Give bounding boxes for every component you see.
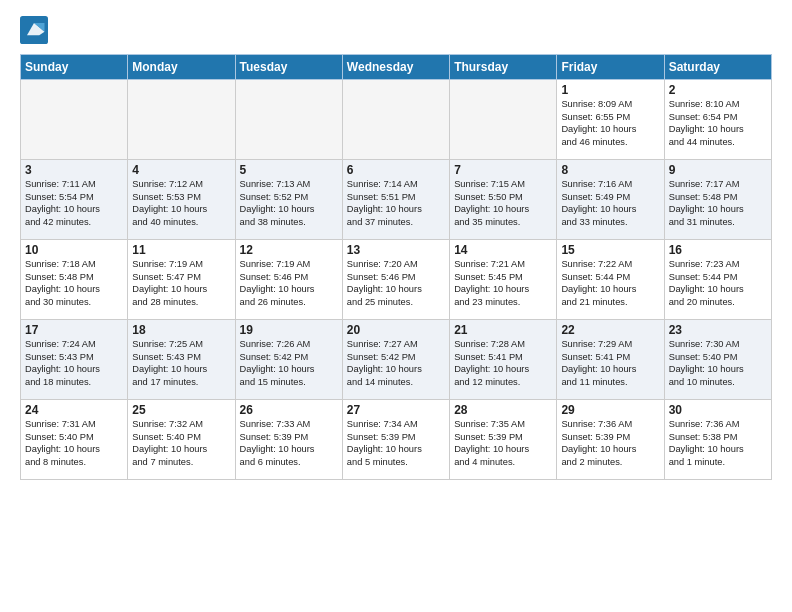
weekday-header-thursday: Thursday <box>450 55 557 80</box>
day-info: Sunrise: 7:18 AM Sunset: 5:48 PM Dayligh… <box>25 258 123 308</box>
day-info: Sunrise: 7:27 AM Sunset: 5:42 PM Dayligh… <box>347 338 445 388</box>
page: SundayMondayTuesdayWednesdayThursdayFrid… <box>0 0 792 496</box>
day-info: Sunrise: 7:16 AM Sunset: 5:49 PM Dayligh… <box>561 178 659 228</box>
day-number: 25 <box>132 403 230 417</box>
calendar-cell: 2Sunrise: 8:10 AM Sunset: 6:54 PM Daylig… <box>664 80 771 160</box>
day-number: 19 <box>240 323 338 337</box>
calendar-cell: 13Sunrise: 7:20 AM Sunset: 5:46 PM Dayli… <box>342 240 449 320</box>
day-number: 20 <box>347 323 445 337</box>
weekday-header-friday: Friday <box>557 55 664 80</box>
day-number: 12 <box>240 243 338 257</box>
day-info: Sunrise: 7:30 AM Sunset: 5:40 PM Dayligh… <box>669 338 767 388</box>
day-info: Sunrise: 7:36 AM Sunset: 5:38 PM Dayligh… <box>669 418 767 468</box>
day-info: Sunrise: 7:25 AM Sunset: 5:43 PM Dayligh… <box>132 338 230 388</box>
day-info: Sunrise: 7:31 AM Sunset: 5:40 PM Dayligh… <box>25 418 123 468</box>
day-number: 17 <box>25 323 123 337</box>
weekday-header-tuesday: Tuesday <box>235 55 342 80</box>
day-info: Sunrise: 7:26 AM Sunset: 5:42 PM Dayligh… <box>240 338 338 388</box>
calendar-cell: 11Sunrise: 7:19 AM Sunset: 5:47 PM Dayli… <box>128 240 235 320</box>
week-row-2: 3Sunrise: 7:11 AM Sunset: 5:54 PM Daylig… <box>21 160 772 240</box>
day-number: 6 <box>347 163 445 177</box>
day-info: Sunrise: 7:21 AM Sunset: 5:45 PM Dayligh… <box>454 258 552 308</box>
day-number: 29 <box>561 403 659 417</box>
week-row-4: 17Sunrise: 7:24 AM Sunset: 5:43 PM Dayli… <box>21 320 772 400</box>
calendar-cell <box>235 80 342 160</box>
calendar-cell: 10Sunrise: 7:18 AM Sunset: 5:48 PM Dayli… <box>21 240 128 320</box>
calendar-cell: 18Sunrise: 7:25 AM Sunset: 5:43 PM Dayli… <box>128 320 235 400</box>
calendar-cell: 29Sunrise: 7:36 AM Sunset: 5:39 PM Dayli… <box>557 400 664 480</box>
calendar-cell: 1Sunrise: 8:09 AM Sunset: 6:55 PM Daylig… <box>557 80 664 160</box>
day-info: Sunrise: 8:09 AM Sunset: 6:55 PM Dayligh… <box>561 98 659 148</box>
calendar-cell: 26Sunrise: 7:33 AM Sunset: 5:39 PM Dayli… <box>235 400 342 480</box>
weekday-header-saturday: Saturday <box>664 55 771 80</box>
day-info: Sunrise: 7:32 AM Sunset: 5:40 PM Dayligh… <box>132 418 230 468</box>
week-row-3: 10Sunrise: 7:18 AM Sunset: 5:48 PM Dayli… <box>21 240 772 320</box>
day-number: 5 <box>240 163 338 177</box>
calendar-cell: 21Sunrise: 7:28 AM Sunset: 5:41 PM Dayli… <box>450 320 557 400</box>
week-row-1: 1Sunrise: 8:09 AM Sunset: 6:55 PM Daylig… <box>21 80 772 160</box>
calendar-cell: 16Sunrise: 7:23 AM Sunset: 5:44 PM Dayli… <box>664 240 771 320</box>
calendar-cell: 7Sunrise: 7:15 AM Sunset: 5:50 PM Daylig… <box>450 160 557 240</box>
day-number: 10 <box>25 243 123 257</box>
calendar-table: SundayMondayTuesdayWednesdayThursdayFrid… <box>20 54 772 480</box>
calendar-cell: 28Sunrise: 7:35 AM Sunset: 5:39 PM Dayli… <box>450 400 557 480</box>
day-number: 30 <box>669 403 767 417</box>
calendar-cell: 19Sunrise: 7:26 AM Sunset: 5:42 PM Dayli… <box>235 320 342 400</box>
calendar-cell: 12Sunrise: 7:19 AM Sunset: 5:46 PM Dayli… <box>235 240 342 320</box>
day-info: Sunrise: 7:29 AM Sunset: 5:41 PM Dayligh… <box>561 338 659 388</box>
day-number: 11 <box>132 243 230 257</box>
calendar-cell: 22Sunrise: 7:29 AM Sunset: 5:41 PM Dayli… <box>557 320 664 400</box>
day-number: 9 <box>669 163 767 177</box>
day-info: Sunrise: 7:23 AM Sunset: 5:44 PM Dayligh… <box>669 258 767 308</box>
day-info: Sunrise: 7:22 AM Sunset: 5:44 PM Dayligh… <box>561 258 659 308</box>
calendar-cell <box>342 80 449 160</box>
calendar-cell: 24Sunrise: 7:31 AM Sunset: 5:40 PM Dayli… <box>21 400 128 480</box>
calendar-cell: 27Sunrise: 7:34 AM Sunset: 5:39 PM Dayli… <box>342 400 449 480</box>
day-info: Sunrise: 7:35 AM Sunset: 5:39 PM Dayligh… <box>454 418 552 468</box>
calendar-cell: 25Sunrise: 7:32 AM Sunset: 5:40 PM Dayli… <box>128 400 235 480</box>
day-info: Sunrise: 7:24 AM Sunset: 5:43 PM Dayligh… <box>25 338 123 388</box>
day-info: Sunrise: 7:17 AM Sunset: 5:48 PM Dayligh… <box>669 178 767 228</box>
weekday-header-monday: Monday <box>128 55 235 80</box>
day-info: Sunrise: 7:19 AM Sunset: 5:47 PM Dayligh… <box>132 258 230 308</box>
day-info: Sunrise: 7:14 AM Sunset: 5:51 PM Dayligh… <box>347 178 445 228</box>
calendar-cell: 17Sunrise: 7:24 AM Sunset: 5:43 PM Dayli… <box>21 320 128 400</box>
day-number: 27 <box>347 403 445 417</box>
day-info: Sunrise: 7:34 AM Sunset: 5:39 PM Dayligh… <box>347 418 445 468</box>
week-row-5: 24Sunrise: 7:31 AM Sunset: 5:40 PM Dayli… <box>21 400 772 480</box>
day-number: 8 <box>561 163 659 177</box>
day-number: 3 <box>25 163 123 177</box>
day-info: Sunrise: 7:13 AM Sunset: 5:52 PM Dayligh… <box>240 178 338 228</box>
day-info: Sunrise: 7:28 AM Sunset: 5:41 PM Dayligh… <box>454 338 552 388</box>
day-number: 1 <box>561 83 659 97</box>
day-number: 4 <box>132 163 230 177</box>
calendar-cell <box>450 80 557 160</box>
day-info: Sunrise: 7:33 AM Sunset: 5:39 PM Dayligh… <box>240 418 338 468</box>
calendar-cell: 20Sunrise: 7:27 AM Sunset: 5:42 PM Dayli… <box>342 320 449 400</box>
weekday-header-row: SundayMondayTuesdayWednesdayThursdayFrid… <box>21 55 772 80</box>
calendar-cell <box>21 80 128 160</box>
day-number: 7 <box>454 163 552 177</box>
day-info: Sunrise: 7:11 AM Sunset: 5:54 PM Dayligh… <box>25 178 123 228</box>
calendar-cell: 30Sunrise: 7:36 AM Sunset: 5:38 PM Dayli… <box>664 400 771 480</box>
day-number: 28 <box>454 403 552 417</box>
day-info: Sunrise: 7:19 AM Sunset: 5:46 PM Dayligh… <box>240 258 338 308</box>
day-info: Sunrise: 7:36 AM Sunset: 5:39 PM Dayligh… <box>561 418 659 468</box>
calendar-cell <box>128 80 235 160</box>
calendar-cell: 14Sunrise: 7:21 AM Sunset: 5:45 PM Dayli… <box>450 240 557 320</box>
calendar-cell: 6Sunrise: 7:14 AM Sunset: 5:51 PM Daylig… <box>342 160 449 240</box>
calendar-cell: 3Sunrise: 7:11 AM Sunset: 5:54 PM Daylig… <box>21 160 128 240</box>
calendar-cell: 5Sunrise: 7:13 AM Sunset: 5:52 PM Daylig… <box>235 160 342 240</box>
day-number: 15 <box>561 243 659 257</box>
calendar-cell: 4Sunrise: 7:12 AM Sunset: 5:53 PM Daylig… <box>128 160 235 240</box>
day-info: Sunrise: 8:10 AM Sunset: 6:54 PM Dayligh… <box>669 98 767 148</box>
day-number: 23 <box>669 323 767 337</box>
logo-icon <box>20 16 48 44</box>
day-number: 14 <box>454 243 552 257</box>
day-number: 26 <box>240 403 338 417</box>
day-number: 21 <box>454 323 552 337</box>
weekday-header-wednesday: Wednesday <box>342 55 449 80</box>
calendar-cell: 8Sunrise: 7:16 AM Sunset: 5:49 PM Daylig… <box>557 160 664 240</box>
calendar-cell: 9Sunrise: 7:17 AM Sunset: 5:48 PM Daylig… <box>664 160 771 240</box>
day-number: 18 <box>132 323 230 337</box>
